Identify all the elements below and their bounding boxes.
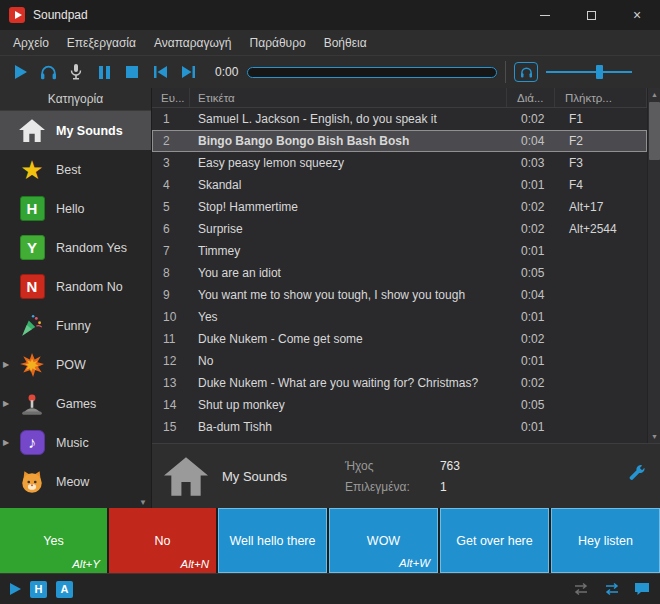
sidebar-item-pow[interactable]: ▶POW xyxy=(0,345,151,384)
sidebar-item-random-yes[interactable]: YRandom Yes xyxy=(0,228,151,267)
maximize-button[interactable] xyxy=(568,0,614,30)
status-play-button[interactable] xyxy=(10,583,21,595)
sidebar-item-games[interactable]: ▶Games xyxy=(0,384,151,423)
vertical-scrollbar[interactable]: ▲ ▼ xyxy=(647,88,660,443)
sound-row[interactable]: 2Bingo Bango Bongo Bish Bash Bosh0:04F2 xyxy=(152,130,647,152)
menu-item-4[interactable]: Βοήθεια xyxy=(315,33,376,53)
sound-row[interactable]: 5Stop! Hammertime0:02Alt+17 xyxy=(152,196,647,218)
sidebar-item-funny[interactable]: Funny xyxy=(0,306,151,345)
row-label: Stop! Hammertime xyxy=(190,200,507,214)
sidebar-item-label: Random No xyxy=(56,280,123,294)
transfer-button[interactable] xyxy=(603,582,621,596)
row-duration: 0:02 xyxy=(507,222,555,236)
row-hotkey: Alt+2544 xyxy=(555,222,647,236)
sound-row[interactable]: 4Skandal0:01F4 xyxy=(152,174,647,196)
stop-button[interactable] xyxy=(118,59,146,85)
repeat-button[interactable] xyxy=(572,582,590,596)
sidebar-item-best[interactable]: ★Best xyxy=(0,150,151,189)
sound-row[interactable]: 14Shut up monkey0:05 xyxy=(152,394,647,416)
menu-item-0[interactable]: Αρχείο xyxy=(4,33,58,53)
minimize-button[interactable] xyxy=(522,0,568,30)
pause-icon xyxy=(99,66,110,79)
quick-button-wow[interactable]: WOWAlt+W xyxy=(329,508,438,573)
row-hotkey: F4 xyxy=(555,178,647,192)
row-label: Ba-dum Tishh xyxy=(190,420,507,434)
sidebar-item-random-no[interactable]: NRandom No xyxy=(0,267,151,306)
headphones-volume-button[interactable] xyxy=(514,62,538,82)
quick-button-hotkey: Alt+N xyxy=(181,558,209,570)
next-icon xyxy=(182,66,195,78)
scrollbar-thumb[interactable] xyxy=(649,102,660,160)
play-through-headphones-button[interactable] xyxy=(34,59,62,85)
row-hotkey: F3 xyxy=(555,156,647,170)
sidebar-item-hello[interactable]: HHello xyxy=(0,189,151,228)
sound-row[interactable]: 3Easy peasy lemon squeezy0:03F3 xyxy=(152,152,647,174)
quick-buttons-row: YesAlt+YNoAlt+NWell hello thereWOWAlt+WG… xyxy=(0,508,660,573)
previous-button[interactable] xyxy=(146,59,174,85)
sound-row[interactable]: 7Timmey0:01 xyxy=(152,240,647,262)
sound-row[interactable]: 12No0:01 xyxy=(152,350,647,372)
expand-arrow-icon[interactable]: ▶ xyxy=(3,438,9,447)
sound-row[interactable]: 13Duke Nukem - What are you waiting for?… xyxy=(152,372,647,394)
expand-arrow-icon[interactable]: ▶ xyxy=(3,399,9,408)
quick-button-well-hello-there[interactable]: Well hello there xyxy=(218,508,327,573)
letter-h-icon: H xyxy=(17,194,47,224)
close-icon: × xyxy=(633,8,641,22)
sidebar-item-label: Meow xyxy=(56,475,89,489)
quick-button-label: Well hello there xyxy=(230,534,316,548)
sidebar-item-label: Random Yes xyxy=(56,241,127,255)
quick-button-no[interactable]: NoAlt+N xyxy=(109,508,216,573)
sound-row[interactable]: 11Duke Nukem - Come get some0:02 xyxy=(152,328,647,350)
row-label: Easy peasy lemon squeezy xyxy=(190,156,507,170)
play-button[interactable] xyxy=(6,59,34,85)
volume-slider[interactable] xyxy=(546,64,632,80)
sound-row[interactable]: 8You are an idiot0:05 xyxy=(152,262,647,284)
volume-thumb[interactable] xyxy=(596,65,603,79)
stop-icon xyxy=(126,66,138,78)
hotkeys-toggle-button[interactable]: H xyxy=(30,581,47,598)
quick-button-get-over-here[interactable]: Get over here xyxy=(440,508,549,573)
row-index: 3 xyxy=(152,156,190,170)
sidebar-item-music[interactable]: ▶♪Music xyxy=(0,423,151,462)
column-header-3[interactable]: Πλήκτρ... xyxy=(555,88,647,107)
pause-button[interactable] xyxy=(90,59,118,85)
column-header-0[interactable]: Ευ... xyxy=(152,88,190,107)
quick-button-yes[interactable]: YesAlt+Y xyxy=(0,508,107,573)
chat-button[interactable] xyxy=(634,582,650,596)
sound-row[interactable]: 9You want me to show you tough, I show y… xyxy=(152,284,647,306)
seek-bar[interactable] xyxy=(247,67,497,78)
sidebar-item-meow[interactable]: Meow xyxy=(0,462,151,501)
sound-row[interactable]: 6Surprise0:02Alt+2544 xyxy=(152,218,647,240)
menu-item-1[interactable]: Επεξεργασία xyxy=(58,33,145,53)
sidebar-item-my-sounds[interactable]: My Sounds xyxy=(0,111,151,150)
row-duration: 0:01 xyxy=(507,310,555,324)
row-label: You are an idiot xyxy=(190,266,507,280)
autoplay-toggle-button[interactable]: A xyxy=(56,581,73,598)
home-icon xyxy=(164,457,208,496)
menu-item-3[interactable]: Παράθυρο xyxy=(241,33,315,53)
scroll-up-icon[interactable]: ▲ xyxy=(648,88,660,101)
scroll-down-icon[interactable]: ▼ xyxy=(648,430,660,443)
sound-row[interactable]: 1Samuel L. Jackson - English, do you spe… xyxy=(152,108,647,130)
home-icon xyxy=(17,116,47,146)
sounds-label: Ήχος xyxy=(345,459,410,473)
expand-arrow-icon[interactable]: ▶ xyxy=(3,360,9,369)
menu-item-2[interactable]: Αναπαραγωγή xyxy=(145,33,241,53)
column-header-2[interactable]: Διά... xyxy=(507,88,555,107)
info-category-name: My Sounds xyxy=(222,469,287,484)
sound-row[interactable]: 10Yes0:01 xyxy=(152,306,647,328)
settings-wrench-button[interactable] xyxy=(629,464,646,481)
microphone-button[interactable] xyxy=(62,59,90,85)
window-title: Soundpad xyxy=(33,8,88,22)
play-icon xyxy=(10,583,21,595)
sound-row[interactable]: 15Ba-dum Tishh0:01 xyxy=(152,416,647,438)
row-index: 10 xyxy=(152,310,190,324)
cat-icon xyxy=(17,467,47,497)
sidebar-scroll-down-icon[interactable]: ▼ xyxy=(139,498,147,507)
next-button[interactable] xyxy=(174,59,202,85)
quick-button-hey-listen[interactable]: Hey listen xyxy=(551,508,660,573)
column-header-1[interactable]: Ετικέτα xyxy=(190,88,507,107)
close-button[interactable]: × xyxy=(614,0,660,30)
transfer-icon xyxy=(603,582,621,596)
row-duration: 0:03 xyxy=(507,156,555,170)
